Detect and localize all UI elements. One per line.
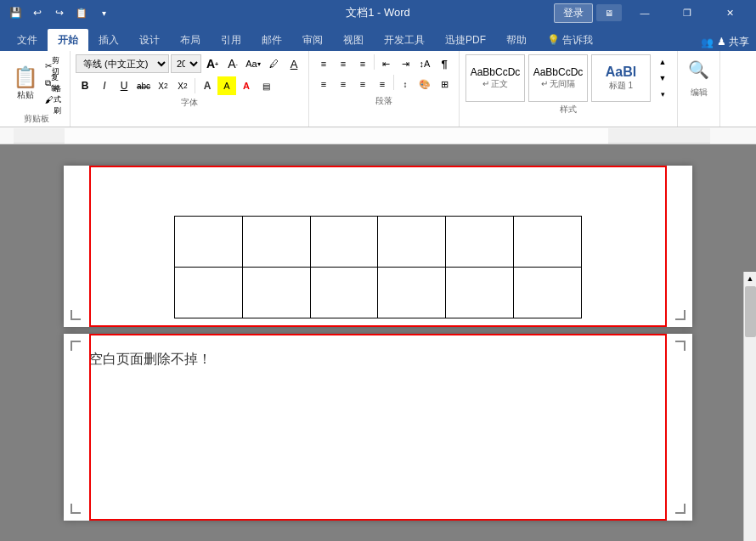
shading-button[interactable]: ▤ — [257, 76, 275, 95]
table-cell[interactable] — [446, 216, 514, 267]
tab-help[interactable]: 帮助 — [496, 29, 537, 51]
change-case-button[interactable]: Aa▾ — [244, 54, 262, 73]
close-button[interactable]: ✕ — [710, 0, 749, 25]
style-normal-preview: AaBbCcDc — [471, 66, 521, 78]
ribbon-tabs: 文件 开始 插入 设计 布局 引用 邮件 审阅 视图 开发工具 迅捷PDF 帮助… — [0, 25, 756, 51]
paragraph-group: ≡ ≡ ≡ ⇤ ⇥ ↕A ¶ ≡ ≡ ≡ ≡ ↕ 🎨 ⊞ 段落 — [309, 51, 460, 127]
decrease-indent-button[interactable]: ⇤ — [376, 54, 395, 73]
borders-button[interactable]: ⊞ — [435, 75, 454, 93]
multilevel-list-button[interactable]: ≡ — [353, 54, 372, 73]
bullet-list-button[interactable]: ≡ — [314, 54, 333, 73]
copy-icon: ⧉ — [45, 78, 51, 88]
align-left-button[interactable]: ≡ — [314, 75, 333, 93]
format-painter-button[interactable]: 🖌 格式刷 — [44, 93, 65, 108]
styles-scroll-up[interactable]: ▲ — [653, 54, 672, 70]
strikethrough-button[interactable]: abc — [134, 76, 153, 95]
paste-button[interactable]: 📋 粘贴 — [8, 59, 42, 107]
customize-qat-icon[interactable]: ▾ — [95, 4, 112, 21]
table-cell[interactable] — [378, 267, 446, 318]
superscript-button[interactable]: X2 — [173, 76, 192, 95]
grow-font-button[interactable]: A+ — [203, 54, 222, 73]
login-button[interactable]: 登录 — [554, 3, 593, 23]
align-right-button[interactable]: ≡ — [353, 75, 372, 93]
document-table[interactable] — [174, 216, 582, 318]
style-nospace[interactable]: AaBbCcDc ↵ 无间隔 — [528, 54, 588, 102]
scroll-thumb[interactable] — [745, 286, 756, 337]
cut-icon: ✂ — [45, 61, 52, 70]
save-icon[interactable]: 💾 — [7, 4, 24, 21]
table-cell[interactable] — [242, 267, 310, 318]
tab-pdf[interactable]: 迅捷PDF — [435, 29, 496, 51]
table-cell[interactable] — [310, 216, 378, 267]
corner-bracket-bl2 — [71, 504, 81, 514]
style-normal[interactable]: AaBbCcDc ↵ 正文 — [465, 54, 525, 102]
bold-button[interactable]: B — [76, 76, 94, 95]
find-button[interactable]: 🔍 — [684, 54, 714, 85]
line-spacing-button[interactable]: ↕ — [396, 75, 415, 93]
share-label: ♟ 共享 — [717, 35, 749, 49]
scrollbar[interactable]: ▲ ▼ — [743, 272, 756, 541]
tab-layout[interactable]: 布局 — [170, 29, 211, 51]
paragraph-shading-button[interactable]: 🎨 — [415, 75, 434, 93]
font-color-button[interactable]: A — [237, 76, 256, 95]
minimize-button[interactable]: — — [625, 0, 664, 25]
styles-content: AaBbCcDc ↵ 正文 AaBbCcDc ↵ 无间隔 AaBl 标题 1 ▲… — [465, 54, 672, 102]
styles-group: AaBbCcDc ↵ 正文 AaBbCcDc ↵ 无间隔 AaBl 标题 1 ▲… — [460, 51, 678, 127]
corner-bracket-br — [675, 310, 685, 320]
tab-home[interactable]: 开始 — [48, 29, 88, 51]
font-size-selector[interactable]: 20 — [171, 54, 201, 73]
italic-button[interactable]: I — [95, 76, 114, 95]
subscript-button[interactable]: X2 — [154, 76, 172, 95]
text-highlight-button[interactable]: A — [217, 76, 236, 95]
underline-button[interactable]: U — [115, 76, 133, 95]
tab-insert[interactable]: 插入 — [88, 29, 129, 51]
justify-button[interactable]: ≡ — [373, 75, 392, 93]
table-cell[interactable] — [175, 216, 243, 267]
title-bar-left: 💾 ↩ ↪ 📋 ▾ — [7, 4, 112, 21]
document-area: 空白页面删除不掉！ ▲ ▼ — [0, 144, 756, 541]
tab-file[interactable]: 文件 — [7, 29, 48, 51]
tab-references[interactable]: 引用 — [211, 29, 251, 51]
text-color-button[interactable]: A — [198, 76, 217, 95]
undo-icon[interactable]: ↩ — [29, 4, 46, 21]
table-cell[interactable] — [242, 216, 310, 267]
restore-button[interactable]: ❐ — [668, 0, 707, 25]
tab-review[interactable]: 审阅 — [292, 29, 333, 51]
team-icon[interactable]: 🖥 — [596, 4, 622, 21]
tab-design[interactable]: 设计 — [129, 29, 170, 51]
style-heading1[interactable]: AaBl 标题 1 — [591, 54, 651, 102]
tab-mailings[interactable]: 邮件 — [251, 29, 292, 51]
numbered-list-button[interactable]: ≡ — [334, 54, 353, 73]
editing-content: 🔍 — [684, 54, 714, 85]
show-formatting-button[interactable]: ¶ — [435, 54, 454, 73]
table-cell[interactable] — [446, 267, 514, 318]
redo-icon[interactable]: ↪ — [51, 4, 68, 21]
tab-developer[interactable]: 开发工具 — [374, 29, 435, 51]
share-button[interactable]: 👥 ♟ 共享 — [701, 35, 749, 49]
highlight-color-button[interactable]: 🖊 — [264, 54, 283, 73]
paragraph-row1: ≡ ≡ ≡ ⇤ ⇥ ↕A ¶ — [314, 54, 454, 73]
clear-format-button[interactable]: A — [285, 54, 303, 73]
table-cell[interactable] — [175, 267, 243, 318]
table-cell[interactable] — [514, 267, 582, 318]
scroll-up-button[interactable]: ▲ — [744, 272, 757, 285]
tab-tellme[interactable]: 💡告诉我 — [537, 29, 603, 51]
clipboard-small-buttons: ✂ 剪切 ⧉ 复制 🖌 格式刷 — [44, 59, 65, 108]
blank-page-text: 空白页面删除不掉！ — [89, 351, 667, 369]
editing-group: 🔍 编辑 — [678, 51, 720, 127]
shrink-font-button[interactable]: A- — [223, 54, 242, 73]
app-title: 文档1 - Word — [346, 5, 410, 20]
corner-bracket-tr — [675, 341, 685, 351]
sort-button[interactable]: ↕A — [415, 54, 434, 73]
styles-more[interactable]: ▾ — [653, 86, 672, 102]
tab-view[interactable]: 视图 — [333, 29, 374, 51]
table-cell[interactable] — [514, 216, 582, 267]
table-cell[interactable] — [310, 267, 378, 318]
increase-indent-button[interactable]: ⇥ — [396, 54, 415, 73]
paragraph-label: 段落 — [375, 95, 392, 107]
font-name-selector[interactable]: 等线 (中文正文) — [76, 54, 169, 73]
table-cell[interactable] — [378, 216, 446, 267]
styles-scroll-down[interactable]: ▼ — [653, 70, 672, 87]
align-center-button[interactable]: ≡ — [334, 75, 353, 93]
print-preview-icon[interactable]: 📋 — [73, 4, 90, 21]
